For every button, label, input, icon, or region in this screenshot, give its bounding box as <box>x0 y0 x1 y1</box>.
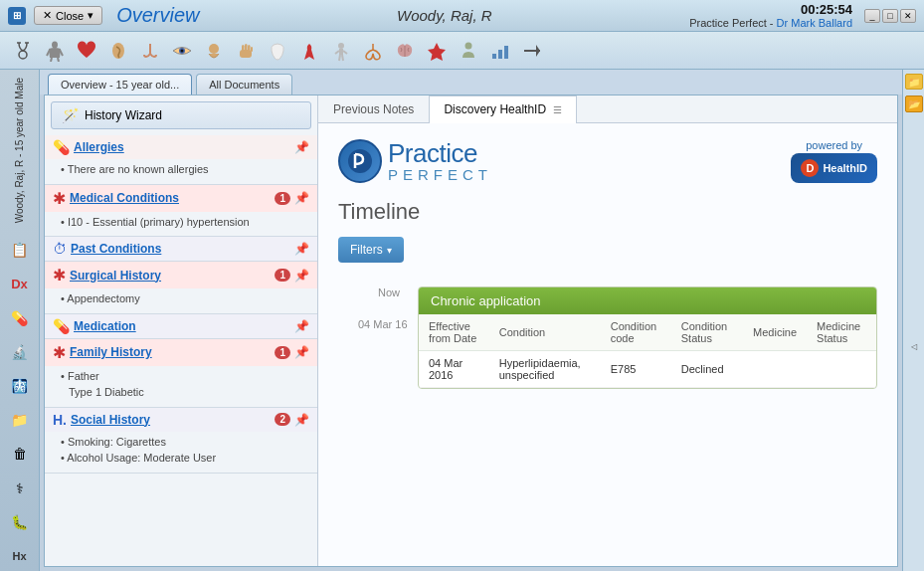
svg-line-22 <box>342 55 343 61</box>
conditions-section: ✱ Medical Conditions 1 📌 I10 - Essential… <box>45 185 317 238</box>
past-section: ⏱ Past Conditions 📌 <box>45 237 317 262</box>
surgical-pin-icon[interactable]: 📌 <box>294 269 309 283</box>
svg-line-19 <box>335 51 339 54</box>
family-icon: ✱ <box>53 343 66 362</box>
collapse-arrow[interactable]: ◁ <box>910 122 918 571</box>
toolbar-icon-brain[interactable] <box>390 36 420 66</box>
col-condition-status: Condition Status <box>671 314 743 351</box>
vert-icon-folder[interactable]: 📁 <box>4 405 36 435</box>
close-window-button[interactable]: ✕ <box>900 9 916 23</box>
conditions-title[interactable]: Medical Conditions <box>70 191 271 205</box>
svg-point-0 <box>19 51 27 59</box>
allergies-pin-icon[interactable]: 📌 <box>294 140 309 154</box>
vert-icon-lab[interactable]: 🔬 <box>4 337 36 367</box>
surgical-item-0: Appendectomy <box>61 290 301 307</box>
medication-title[interactable]: Medication <box>74 319 290 333</box>
past-header[interactable]: ⏱ Past Conditions 📌 <box>45 237 317 261</box>
family-header[interactable]: ✱ Family History 1 📌 <box>45 339 317 366</box>
vert-icon-hx[interactable]: Hx <box>4 541 36 571</box>
surgical-header[interactable]: ✱ Surgical History 1 📌 <box>45 262 317 288</box>
family-title[interactable]: Family History <box>70 345 271 359</box>
pp-logo-icon <box>338 139 382 183</box>
toolbar-icon-chart[interactable] <box>485 36 515 66</box>
past-icon: ⏱ <box>53 241 67 257</box>
vert-icon-alerts[interactable]: ⚕ <box>4 473 36 502</box>
allergies-content: There are no known allergies <box>45 159 317 184</box>
vert-icon-rx[interactable]: 💊 <box>4 303 36 333</box>
svg-line-21 <box>339 55 340 61</box>
toolbar-icon-ribbon[interactable] <box>294 36 324 66</box>
toolbar-icon-hand[interactable] <box>231 36 261 66</box>
filters-caret-icon: ▾ <box>387 245 392 256</box>
toolbar-icon-ear[interactable] <box>103 36 133 66</box>
past-pin-icon[interactable]: 📌 <box>294 242 309 256</box>
social-title[interactable]: Social History <box>71 413 271 427</box>
folder-icon-yellow[interactable]: 📂 <box>905 95 923 111</box>
past-title[interactable]: Past Conditions <box>71 242 290 256</box>
folder-icon-blue[interactable]: 📁 <box>905 74 923 90</box>
toolbar-icon-more[interactable] <box>517 36 547 66</box>
tab-discovery-healthid[interactable]: Discovery HealthID ☰ <box>429 95 577 123</box>
toolbar-icon-body[interactable] <box>40 36 70 66</box>
main-panel: 🪄 History Wizard 💊 Allergies 📌 There are… <box>44 95 898 567</box>
toolbar-icon-eye[interactable] <box>167 36 197 66</box>
window-controls: _ □ ✕ <box>864 9 916 23</box>
col-medicine: Medicine <box>743 314 807 351</box>
filters-button[interactable]: Filters ▾ <box>338 237 404 263</box>
table-row: 04 Mar 2016 Hyperlipidaemia, unspecified… <box>419 351 876 388</box>
patient-name: Woody, Raj, R <box>397 7 492 24</box>
social-section: H. Social History 2 📌 Smoking: Cigarette… <box>45 408 317 474</box>
svg-line-4 <box>47 50 50 56</box>
vert-icon-dx[interactable]: Dx <box>4 270 36 299</box>
tab-all-documents[interactable]: All Documents <box>196 74 292 95</box>
social-header[interactable]: H. Social History 2 📌 <box>45 408 317 432</box>
allergies-icon: 💊 <box>53 139 70 155</box>
patient-label: Woody, Raj, R - 15 year old Male <box>14 78 25 223</box>
medication-section: 💊 Medication 📌 <box>45 314 317 339</box>
social-item-1: Alcohol Usage: Moderate User <box>61 450 301 467</box>
toolbar-icon-person2[interactable] <box>454 36 483 66</box>
vert-icon-bug[interactable]: 🐛 <box>4 507 36 537</box>
toolbar-icon-nose[interactable] <box>135 36 165 66</box>
medication-pin-icon[interactable]: 📌 <box>294 319 309 333</box>
cell-medicine <box>743 351 807 388</box>
title-right: 00:25:54 Practice Perfect - Dr Mark Ball… <box>689 2 852 29</box>
conditions-header[interactable]: ✱ Medical Conditions 1 📌 <box>45 185 317 212</box>
toolbar-icon-face[interactable] <box>199 36 229 66</box>
allergies-header[interactable]: 💊 Allergies 📌 <box>45 135 317 159</box>
family-item-1: Type 1 Diabetic <box>61 384 301 401</box>
close-button[interactable]: ✕ Close ▾ <box>34 6 102 25</box>
pp-logo: Practice PERFECT <box>338 139 492 183</box>
family-pin-icon[interactable]: 📌 <box>294 345 309 359</box>
svg-point-10 <box>181 49 184 52</box>
allergies-title[interactable]: Allergies <box>74 140 290 154</box>
timeline-title: Timeline <box>338 199 877 225</box>
medication-header[interactable]: 💊 Medication 📌 <box>45 314 317 338</box>
svg-point-29 <box>348 149 372 173</box>
social-content: Smoking: Cigarettes Alcohol Usage: Moder… <box>45 432 317 473</box>
maximize-button[interactable]: □ <box>882 9 898 23</box>
vert-icon-xray[interactable]: 🩻 <box>4 371 36 401</box>
cell-medicine-status <box>807 351 876 388</box>
discovery-d-icon: D <box>801 159 819 177</box>
col-effective-date: Effective from Date <box>419 314 489 351</box>
conditions-badge: 1 <box>275 192 290 205</box>
minimize-button[interactable]: _ <box>864 9 880 23</box>
svg-rect-26 <box>504 46 508 59</box>
conditions-pin-icon[interactable]: 📌 <box>294 191 309 205</box>
toolbar-icon-skeleton[interactable] <box>326 36 356 66</box>
vert-icon-delete[interactable]: 🗑 <box>4 439 36 469</box>
vert-icon-notes[interactable]: 📋 <box>4 235 36 265</box>
history-wizard-button[interactable]: 🪄 History Wizard <box>51 101 311 129</box>
toolbar-icon-aids[interactable] <box>422 36 452 66</box>
family-section: ✱ Family History 1 📌 Father Type 1 Diabe… <box>45 339 317 408</box>
tab-overview[interactable]: Overview - 15 year old... <box>48 74 192 95</box>
surgical-title[interactable]: Surgical History <box>70 269 271 283</box>
tab-previous-notes[interactable]: Previous Notes <box>318 95 429 122</box>
toolbar-icon-stethoscope[interactable] <box>8 36 38 66</box>
allergies-section: 💊 Allergies 📌 There are no known allergi… <box>45 135 317 185</box>
toolbar-icon-heart[interactable] <box>72 36 101 66</box>
toolbar-icon-lungs[interactable] <box>358 36 388 66</box>
toolbar-icon-tooth[interactable] <box>263 36 292 66</box>
social-pin-icon[interactable]: 📌 <box>294 413 309 427</box>
